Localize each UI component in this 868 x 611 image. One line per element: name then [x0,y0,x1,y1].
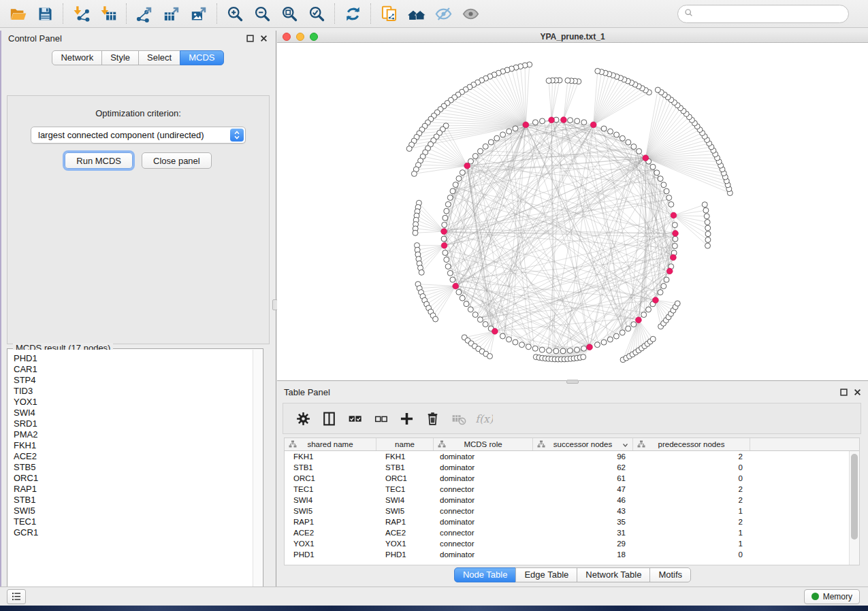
table-splitter-handle[interactable] [566,380,579,384]
table-tab-motifs[interactable]: Motifs [649,567,691,582]
deselect-all-button[interactable] [368,406,393,431]
table-tab-node-table[interactable]: Node Table [454,567,517,582]
result-list-item[interactable]: GCR1 [14,527,253,538]
add-column-button[interactable] [393,406,419,431]
float-panel-icon[interactable] [246,35,254,42]
table-row[interactable]: RAP1RAP1dominator352 [285,516,849,527]
table-row[interactable]: TEC1TEC1connector472 [285,484,849,495]
result-list-item[interactable]: CAR1 [14,364,253,375]
hide-selected-button[interactable] [430,2,457,25]
cell-shared-name: PHD1 [285,550,376,559]
duplicate-network-button[interactable] [375,2,402,25]
table-row[interactable]: FKH1FKH1dominator962 [285,451,849,462]
table-row[interactable]: SWI4SWI4dominator462 [285,495,849,506]
column-header-successor-nodes[interactable]: successor nodes [533,438,633,450]
cell-predecessor-nodes: 2 [633,452,750,461]
search-input[interactable] [698,9,843,19]
result-list-item[interactable]: TID3 [14,386,253,397]
result-list-item[interactable]: STB5 [14,462,253,473]
status-bar: Memory [0,587,868,606]
table-row[interactable]: STB1STB1dominator620 [285,462,849,473]
table-row[interactable]: ACE2ACE2connector311 [285,527,849,538]
zoom-fit-button[interactable] [276,2,303,25]
network-graph [277,43,868,381]
optimization-criterion-select[interactable]: largest connected component (undirected) [31,127,246,144]
result-list-item[interactable]: PMA2 [14,429,253,440]
result-list-item[interactable]: SWI4 [14,408,253,418]
close-panel-icon[interactable] [260,35,268,42]
table-tab-network-table[interactable]: Network Table [577,567,650,582]
result-list-item[interactable]: STB1 [14,495,253,506]
column-header-name[interactable]: name [376,438,434,450]
search-box[interactable] [677,5,849,23]
panel-splitter[interactable] [274,31,276,587]
cell-MCDS-role: dominator [434,550,533,559]
result-list-item[interactable]: PHD1 [14,353,253,364]
cell-name: TEC1 [376,485,434,493]
network-canvas[interactable] [277,43,868,381]
column-header-MCDS-role[interactable]: MCDS role [434,438,533,450]
attribute-icon [537,440,545,448]
cell-successor-nodes: 46 [533,496,633,504]
first-neighbors-button[interactable] [402,2,430,25]
cell-predecessor-nodes: 0 [633,474,750,482]
result-list-item[interactable]: SWI5 [14,506,253,516]
table-row[interactable]: ORC1ORC1dominator610 [285,473,849,484]
attribute-icon [438,440,446,448]
criterion-label: Optimization criterion: [7,108,269,118]
table-tab-edge-table[interactable]: Edge Table [515,567,577,582]
tab-mcds[interactable]: MCDS [180,50,223,65]
open-button[interactable] [4,2,31,25]
delete-table-icon [450,410,467,427]
refresh-button[interactable] [339,2,366,25]
table-scrollbar[interactable] [849,451,859,565]
tab-network[interactable]: Network [52,50,102,65]
cell-MCDS-role: connector [434,540,533,548]
toggle-panel-button[interactable] [316,406,342,431]
zoom-in-icon [226,5,244,23]
result-scrollbar[interactable] [253,350,262,599]
zoom-in-button[interactable] [221,2,248,25]
export-table-button[interactable] [158,2,185,25]
table-row[interactable]: PHD1PHD1dominator180 [285,549,849,560]
float-table-panel-icon[interactable] [840,389,848,396]
import-table-button[interactable] [95,2,122,25]
column-label: predecessor nodes [658,440,725,448]
show-all-button[interactable] [457,2,484,25]
import-network-button[interactable] [67,2,95,25]
close-table-panel-icon[interactable] [854,389,861,396]
table-settings-button[interactable] [290,406,316,431]
memory-button[interactable]: Memory [804,589,860,604]
select-all-button[interactable] [342,406,368,431]
zoom-out-button[interactable] [248,2,276,25]
column-header-predecessor-nodes[interactable]: predecessor nodes [633,438,750,450]
export-network-button[interactable] [131,2,158,25]
mcds-result-list: PHD1CAR1STP4TID3YOX1SWI4SRD1PMA2FKH1ACE2… [8,350,253,599]
cell-name: ACE2 [376,529,434,537]
save-button[interactable] [31,2,59,25]
column-header-shared-name[interactable]: shared name [285,438,376,450]
tab-select[interactable]: Select [138,50,180,65]
table-scrollbar-thumb[interactable] [851,454,858,540]
result-list-item[interactable]: SRD1 [14,418,253,429]
result-list-item[interactable]: STP4 [14,375,253,386]
result-list-item[interactable]: TEC1 [14,516,253,527]
table-row[interactable]: SWI5SWI5connector431 [285,506,849,516]
result-list-item[interactable]: RAP1 [14,484,253,495]
result-list-item[interactable]: ORC1 [14,473,253,484]
status-menu-button[interactable] [7,589,26,604]
tab-style[interactable]: Style [101,50,139,65]
delete-column-button[interactable] [419,406,445,431]
zoom-selected-button[interactable] [303,2,330,25]
export-image-button[interactable] [185,2,212,25]
run-mcds-button[interactable]: Run MCDS [65,152,133,169]
result-list-item[interactable]: ACE2 [14,451,253,462]
cell-shared-name: FKH1 [285,452,376,461]
table-row[interactable]: YOX1YOX1connector291 [285,538,849,549]
toolbar-separator [63,3,63,24]
result-list-item[interactable]: YOX1 [14,397,253,408]
result-list-item[interactable]: FKH1 [14,440,253,451]
zoom-out-icon [253,5,272,23]
open-icon [9,5,27,23]
close-panel-button[interactable]: Close panel [142,152,212,169]
